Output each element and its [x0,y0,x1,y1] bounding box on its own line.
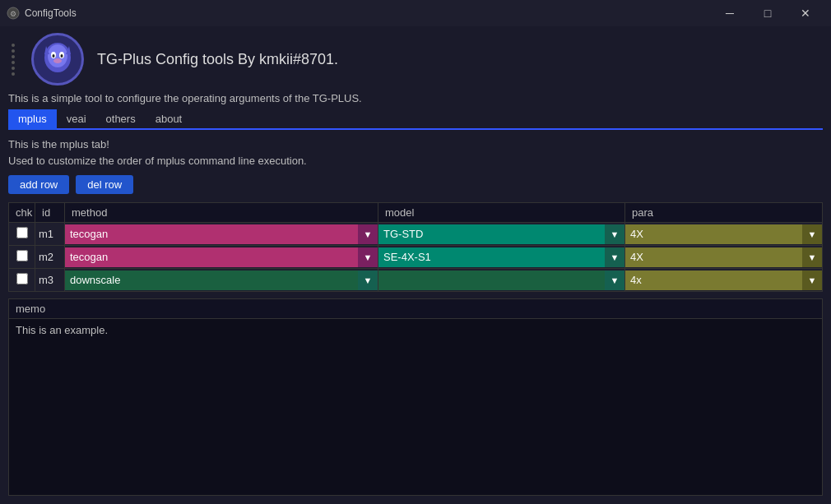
row1-method-select[interactable]: tecogan downscale [65,224,358,244]
row2-model-select[interactable]: SE-4X-S1 TG-STD [378,247,605,267]
titlebar: ⚙ ConfigTools ─ □ ✕ [0,0,831,26]
table-row: m1 tecogan downscale ▼ [9,223,823,246]
header-id: id [35,203,65,223]
row1-method-dropdown[interactable]: ▼ [358,224,378,244]
row1-model-select[interactable]: TG-STD SE-4X-S1 [378,224,605,244]
table-container: chk id method model para m1 [8,202,823,292]
row2-method-select[interactable]: tecogan downscale [65,247,358,267]
titlebar-title: ConfigTools [25,7,77,19]
row1-checkbox[interactable] [16,227,28,238]
button-row: add row del row [8,175,823,194]
row3-model-dropdown[interactable]: ▼ [605,270,624,290]
row3-model-cell: ▼ [378,269,624,291]
main-table: chk id method model para m1 [8,202,823,292]
row3-para-cell: 4x 4X ▼ [625,269,822,291]
row3-para-dropdown[interactable]: ▼ [802,270,822,290]
svg-point-6 [53,54,55,58]
row1-id: m1 [39,228,53,240]
app-icon: ⚙ [7,7,20,20]
header-method: method [65,203,378,223]
app-title: TG-Plus Config tools By kmkii#8701. [97,51,338,68]
row2-para-select[interactable]: 4X 4x [625,247,802,267]
tab-mplus[interactable]: mplus [8,109,57,130]
memo-section: memo [8,298,823,496]
titlebar-left: ⚙ ConfigTools [7,7,77,20]
table-row: m2 tecogan downscale ▼ [9,246,823,269]
tab-desc-line2: Used to customize the order of mplus com… [8,155,307,167]
svg-point-7 [61,54,63,58]
table-row: m3 downscale tecogan ▼ [9,269,823,292]
memo-textarea[interactable] [8,318,823,496]
row3-model-select[interactable] [378,270,605,290]
titlebar-controls: ─ □ ✕ [711,0,824,26]
row2-id: m2 [39,251,53,263]
row3-method-dropdown[interactable]: ▼ [358,270,378,290]
tab-others[interactable]: others [96,109,146,130]
row3-method-cell: downscale tecogan ▼ [65,269,378,291]
svg-point-8 [53,58,62,63]
tab-desc-line1: This is the mplus tab! [8,138,109,150]
minimize-button[interactable]: ─ [711,0,749,26]
svg-point-3 [48,44,67,67]
row2-para-dropdown[interactable]: ▼ [802,247,822,267]
header-row: TG-Plus Config tools By kmkii#8701. [8,33,823,86]
add-row-button[interactable]: add row [8,175,69,194]
tab-veai[interactable]: veai [57,109,96,130]
row1-model-cell: TG-STD SE-4X-S1 ▼ [378,223,624,245]
svg-text:⚙: ⚙ [10,10,16,18]
row2-method-dropdown[interactable]: ▼ [358,247,378,267]
tab-description: This is the mplus tab! Used to customize… [8,136,823,169]
memo-label: memo [8,298,823,318]
row1-model-dropdown[interactable]: ▼ [605,224,624,244]
main-content: TG-Plus Config tools By kmkii#8701. This… [0,26,831,504]
row1-para-select[interactable]: 4X 4x [625,224,802,244]
header-para: para [625,203,823,223]
header-chk: chk [9,203,35,223]
row1-para-cell: 4X 4x ▼ [625,223,822,245]
close-button[interactable]: ✕ [787,0,824,26]
maximize-button[interactable]: □ [749,0,787,26]
row1-para-dropdown[interactable]: ▼ [802,224,822,244]
row2-model-dropdown[interactable]: ▼ [605,247,624,267]
row3-id: m3 [39,274,53,286]
tab-about[interactable]: about [146,109,193,130]
header-model: model [378,203,625,223]
row1-method-cell: tecogan downscale ▼ [65,223,378,245]
row2-checkbox[interactable] [16,250,28,261]
row2-para-cell: 4X 4x ▼ [625,246,822,268]
app-description: This is a simple tool to configure the o… [8,92,823,104]
app-logo [31,33,84,86]
row2-method-cell: tecogan downscale ▼ [65,246,378,268]
table-header-row: chk id method model para [9,203,823,223]
tabs-container: mplus veai others about [8,109,823,130]
del-row-button[interactable]: del row [76,175,133,194]
row3-method-select[interactable]: downscale tecogan [65,270,358,290]
row3-para-select[interactable]: 4x 4X [625,270,802,290]
row2-model-cell: SE-4X-S1 TG-STD ▼ [378,246,624,268]
logo-svg [38,39,77,79]
drag-handle[interactable] [8,40,18,79]
row3-checkbox[interactable] [16,273,28,284]
